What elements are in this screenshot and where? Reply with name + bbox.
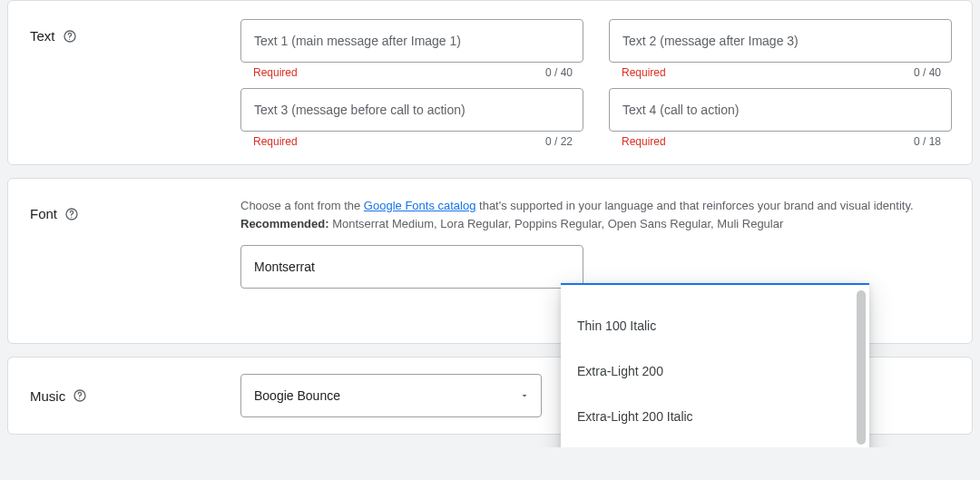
font-desc-suffix: that's supported in your language and th… [475, 199, 913, 212]
text-4-input[interactable] [609, 88, 952, 132]
dropdown-list: Thin 100 Italic Extra-Light 200 Extra-Li… [561, 285, 857, 447]
music-track-value: Boogie Bounce [254, 388, 340, 403]
char-count: 0 / 22 [545, 135, 573, 148]
font-family-input[interactable] [240, 245, 583, 289]
scrollbar-thumb[interactable] [857, 290, 866, 445]
google-fonts-link[interactable]: Google Fonts catalog [364, 199, 476, 212]
text-field-4-group: Required 0 / 18 [609, 88, 952, 148]
char-count: 0 / 18 [914, 135, 941, 148]
recommended-label: Recommended: [240, 217, 329, 230]
help-icon[interactable] [73, 388, 87, 403]
help-icon[interactable] [64, 207, 79, 221]
music-section-label-col: Music [30, 388, 240, 404]
help-icon[interactable] [63, 29, 77, 44]
text-section-label: Text [30, 28, 55, 44]
svg-point-1 [69, 38, 70, 39]
font-section-label-col: Font [30, 197, 240, 221]
dropdown-option[interactable]: Extra-Light 200 Italic [561, 394, 857, 439]
dropdown-option[interactable]: Light 300 [561, 439, 857, 447]
text-2-input[interactable] [609, 19, 952, 63]
dropdown-scrollbar[interactable] [857, 290, 866, 447]
font-desc-prefix: Choose a font from the [240, 199, 364, 212]
font-weight-select-placeholder[interactable] [609, 245, 952, 289]
recommended-values: Montserrat Medium, Lora Regular, Poppins… [329, 217, 784, 230]
music-track-select[interactable]: Boogie Bounce [240, 374, 542, 417]
font-weight-dropdown[interactable]: Thin 100 Italic Extra-Light 200 Extra-Li… [561, 283, 869, 447]
text-field-2-group: Required 0 / 40 [609, 19, 952, 79]
text-section-label-col: Text [30, 19, 240, 44]
svg-point-5 [79, 398, 80, 399]
text-1-input[interactable] [240, 19, 583, 63]
text-field-3-group: Required 0 / 22 [240, 88, 583, 148]
char-count: 0 / 40 [914, 66, 941, 79]
text-card: Text Required 0 / 40 [7, 0, 973, 165]
text-3-input[interactable] [240, 88, 583, 132]
required-label: Required [253, 135, 298, 148]
required-label: Required [622, 66, 666, 79]
text-field-1-group: Required 0 / 40 [240, 19, 583, 79]
char-count: 0 / 40 [545, 66, 573, 79]
required-label: Required [253, 66, 298, 79]
dropdown-option[interactable]: Thin 100 Italic [561, 303, 857, 348]
font-section-label: Font [30, 206, 57, 221]
chevron-down-icon [519, 390, 530, 401]
music-section-label: Music [30, 388, 65, 404]
font-description: Choose a font from the Google Fonts cata… [240, 197, 952, 232]
required-label: Required [622, 135, 666, 148]
svg-point-3 [71, 216, 72, 217]
dropdown-option[interactable]: Extra-Light 200 [561, 348, 857, 394]
